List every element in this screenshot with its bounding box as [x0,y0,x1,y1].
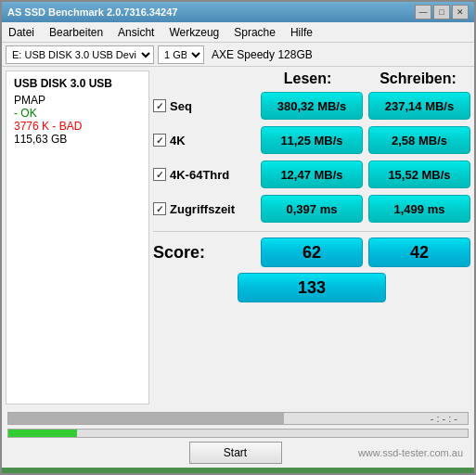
maximize-button[interactable]: □ [433,5,450,19]
score-row: Score: 62 42 [153,236,470,269]
benchmark-table: ✓ Seq 380,32 MB/s 237,14 MB/s ✓ 4K 11,25… [153,90,470,225]
drive-dropdown[interactable]: E: USB DISK 3.0 USB Device [6,45,154,64]
score-total-row: 133 [153,273,470,302]
4k64-read-value: 12,47 MB/s [261,160,363,188]
score-read: 62 [261,238,363,267]
4k-write-value: 2,58 MB/s [368,126,470,154]
watermark: www.ssd-tester.com.au [289,447,470,458]
score-total: 133 [238,273,386,302]
window-controls: — □ ✕ [415,5,469,19]
seq-write-value: 237,14 MB/s [368,92,470,120]
main-window: AS SSD Benchmark 2.0.7316.34247 — □ ✕ Da… [0,0,476,475]
bottom-green-bar [2,468,474,473]
4k64-label: ✓ 4K-64Thrd [153,168,255,182]
4k64-write-value: 15,52 MB/s [368,160,470,188]
menu-werkzeug[interactable]: Werkzeug [166,25,222,40]
green-progress-bar [7,429,469,438]
4k-checkbox[interactable]: ✓ [153,134,166,147]
4k-label: ✓ 4K [153,134,255,148]
start-button[interactable]: Start [189,442,282,464]
window-title: AS SSD Benchmark 2.0.7316.34247 [7,6,177,18]
menu-sprache[interactable]: Sprache [231,25,278,40]
disk-size: 115,63 GB [14,133,141,146]
table-row: ✓ 4K-64Thrd 12,47 MB/s 15,52 MB/s [153,159,470,190]
green-bar-fill [8,430,77,437]
seq-read-value: 380,32 MB/s [261,92,363,120]
menu-hilfe[interactable]: Hilfe [288,25,315,40]
toolbar: E: USB DISK 3.0 USB Device 1 GB AXE Spee… [2,43,474,67]
close-button[interactable]: ✕ [452,5,469,19]
menu-bearbeiten[interactable]: Bearbeiten [46,25,106,40]
title-bar: AS SSD Benchmark 2.0.7316.34247 — □ ✕ [2,2,474,22]
seq-checkbox[interactable]: ✓ [153,99,166,112]
progress-bar [7,412,469,425]
score-write: 42 [368,238,470,267]
4k64-checkbox[interactable]: ✓ [153,168,166,181]
read-header: Lesen: [255,71,360,87]
access-label: ✓ Zugriffszeit [153,202,255,216]
start-row: Start www.ssd-tester.com.au [7,442,469,464]
bottom-section: - : - : - Start www.ssd-tester.com.au [2,408,474,468]
pmap-label: PMAP [14,94,141,107]
access-label-text: Zugriffszeit [170,202,235,216]
drive-name: USB DISK 3.0 USB [14,77,141,90]
4k-label-text: 4K [170,134,186,148]
seq-label: ✓ Seq [153,99,255,113]
column-headers: Lesen: Schreiben: [153,71,470,87]
score-label: Score: [153,243,255,263]
time-display: - : - : - [431,413,457,424]
access-read-value: 0,397 ms [261,195,363,223]
size-dropdown[interactable]: 1 GB [158,45,204,64]
progress-row: - : - : - [7,412,469,425]
4k-read-value: 11,25 MB/s [261,126,363,154]
table-row: ✓ 4K 11,25 MB/s 2,58 MB/s [153,124,470,156]
menu-ansicht[interactable]: Ansicht [115,25,157,40]
access-checkbox[interactable]: ✓ [153,202,166,215]
4k64-label-text: 4K-64Thrd [170,168,229,182]
seq-label-text: Seq [170,99,192,113]
table-row: ✓ Zugriffszeit 0,397 ms 1,499 ms [153,193,470,225]
minimize-button[interactable]: — [415,5,431,19]
main-content: USB DISK 3.0 USB PMAP - OK 3776 K - BAD … [2,67,474,408]
score-section: Score: 62 42 133 [153,231,470,302]
left-panel: USB DISK 3.0 USB PMAP - OK 3776 K - BAD … [6,71,149,404]
menu-bar: Datei Bearbeiten Ansicht Werkzeug Sprach… [2,22,474,43]
device-name-label: AXE Speedy 128GB [212,48,313,61]
progress-bar-fill [8,413,284,424]
write-header: Schreiben: [366,71,470,87]
ok-status: - OK [14,107,141,120]
bad-status: 3776 K - BAD [14,120,141,133]
table-row: ✓ Seq 380,32 MB/s 237,14 MB/s [153,90,470,122]
menu-datei[interactable]: Datei [6,25,37,40]
access-write-value: 1,499 ms [368,195,470,223]
right-panel: Lesen: Schreiben: ✓ Seq 380,32 MB/s 237,… [153,71,470,404]
